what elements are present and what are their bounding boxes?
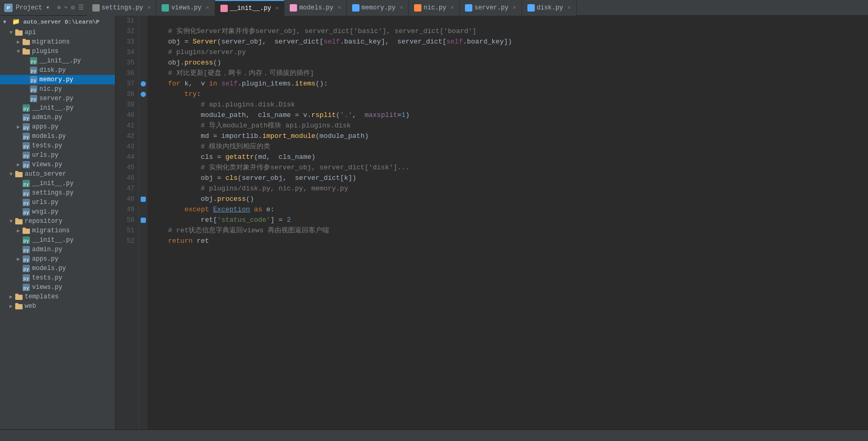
py-yellow-icon-as_init: py [22, 180, 30, 187]
tab-close-settings[interactable]: × [147, 5, 151, 11]
tab-memory[interactable]: memory.py× [347, 0, 409, 16]
tab-close-disk[interactable]: × [567, 5, 571, 11]
sidebar-item-templates[interactable]: ▶templates [0, 292, 115, 302]
toolbar-icon-2[interactable]: ↷ [64, 4, 68, 12]
sidebar-item-api_plugins_nic[interactable]: pynic.py [0, 84, 115, 94]
sidebar-item-api_plugins_server[interactable]: pyserver.py [0, 94, 115, 103]
tab-icon-nic [414, 4, 421, 12]
project-root-label: ▼ 📁 auto_server D:\Learn\P [0, 16, 115, 28]
py-icon-api_models: py [22, 133, 30, 140]
tree-label-auto_server_folder: auto_server [25, 170, 66, 178]
sidebar-item-as_urls[interactable]: pyurls.py [0, 198, 115, 207]
tree-label-api_tests: tests.py [32, 142, 62, 149]
gutter-line-35 [139, 58, 147, 68]
tab-label-views: views.py [171, 4, 202, 12]
project-icon: P [4, 4, 13, 12]
gutter-line-46 [139, 173, 147, 184]
sidebar-item-as_settings[interactable]: pysettings.py [0, 188, 115, 198]
tab-close-views[interactable]: × [206, 5, 209, 11]
line-num-43: 43 [120, 142, 134, 152]
line-num-33: 33 [120, 37, 134, 47]
code-line-51: # ret状态信息字典返回views 再由视图返回客户端 [152, 225, 868, 236]
py-icon-as_settings: py [22, 189, 30, 197]
toolbar-icon-3[interactable]: ⚙ [71, 4, 75, 12]
line-num-38: 38 [120, 89, 134, 100]
folder-icon-root: 📁 [12, 18, 20, 26]
sidebar-item-migrations[interactable]: ▶migrations [0, 37, 115, 47]
sidebar-item-api_plugins_memory[interactable]: pymemory.py [0, 75, 115, 84]
gutter-line-42 [139, 131, 147, 142]
sidebar-item-api_urls[interactable]: pyurls.py [0, 150, 115, 160]
tab-close-models[interactable]: × [337, 5, 341, 11]
sidebar-item-api_plugins_disk[interactable]: pydisk.py [0, 66, 115, 75]
line-num-41: 41 [120, 121, 134, 131]
sidebar-item-repo_tests[interactable]: pytests.py [0, 273, 115, 283]
sidebar-item-api[interactable]: ▼api [0, 28, 115, 37]
line-num-32: 32 [120, 26, 134, 37]
tab-nic[interactable]: nic.py× [409, 0, 460, 16]
tab-close-memory[interactable]: × [400, 5, 404, 11]
toolbar-icon-1[interactable]: ⊕ [57, 4, 61, 12]
tab-icon-views [162, 4, 169, 12]
sidebar-item-api_models[interactable]: pymodels.py [0, 132, 115, 141]
sidebar-item-repo_views[interactable]: pyviews.py [0, 283, 115, 292]
tree-label-api_plugins_server: server.py [39, 95, 73, 102]
tab-close-nic[interactable]: × [450, 5, 454, 11]
sidebar-item-api_admin[interactable]: pyadmin.py [0, 113, 115, 122]
svg-text:py: py [24, 153, 29, 158]
svg-rect-45 [23, 228, 26, 230]
svg-text:py: py [24, 276, 29, 281]
tab-server[interactable]: server.py× [460, 0, 522, 16]
tree-label-api_urls: urls.py [32, 152, 58, 159]
sidebar-item-repo_migrations[interactable]: ▶migrations [0, 226, 115, 235]
svg-text:py: py [31, 78, 37, 83]
svg-text:py: py [24, 210, 29, 215]
folder-icon-plugins [22, 48, 30, 55]
gutter-line-47 [139, 184, 147, 194]
tree-label-repo_admin: admin.py [32, 246, 62, 253]
svg-text:py: py [24, 115, 29, 121]
tab-icon-init [220, 5, 228, 12]
gutter-line-43 [139, 142, 147, 152]
tree-label-templates: templates [25, 293, 59, 300]
sidebar-item-repo_admin[interactable]: pyadmin.py [0, 245, 115, 254]
tree-label-as_settings: settings.py [32, 189, 73, 197]
sidebar[interactable]: ▼ 📁 auto_server D:\Learn\P ▼api▶migratio… [0, 16, 115, 429]
sidebar-item-auto_server_folder[interactable]: ▼auto_server [0, 169, 115, 179]
tab-close-server[interactable]: × [513, 5, 516, 11]
tree-label-migrations: migrations [32, 38, 70, 46]
code-editor[interactable]: 3132333435363738394041424344454647484950… [115, 16, 868, 429]
root-arrow: ▼ [3, 19, 6, 25]
tab-views[interactable]: views.py× [156, 0, 215, 16]
sidebar-item-as_wsgi[interactable]: pywsgi.py [0, 207, 115, 217]
gutter-line-40 [139, 110, 147, 121]
tab-label-memory: memory.py [362, 4, 396, 12]
tree-arrow-api_views: ▶ [15, 162, 22, 168]
sidebar-item-as_init[interactable]: py__init__.py [0, 179, 115, 188]
line-num-40: 40 [120, 110, 134, 121]
sidebar-item-repo_init[interactable]: py__init__.py [0, 235, 115, 245]
sidebar-item-api_apps[interactable]: ▶pyapps.py [0, 122, 115, 132]
tab-close-init[interactable]: × [276, 5, 279, 12]
line-num-46: 46 [120, 173, 134, 184]
tree-label-api_plugins_init: __init__.py [39, 57, 81, 64]
sidebar-item-api_views[interactable]: ▶pyviews.py [0, 160, 115, 169]
tab-disk[interactable]: disk.py× [522, 0, 577, 16]
tab-models[interactable]: models.py× [284, 0, 346, 16]
code-line-38: try: [152, 89, 868, 100]
gutter-marker-38 [141, 92, 146, 97]
sidebar-item-repo_apps[interactable]: ▶pyapps.py [0, 254, 115, 264]
tab-settings[interactable]: settings.py× [87, 0, 157, 16]
sidebar-item-repository[interactable]: ▼repository [0, 217, 115, 226]
toolbar-icon-4[interactable]: ☰ [78, 4, 84, 12]
sidebar-item-repo_models[interactable]: pymodels.py [0, 264, 115, 273]
line-num-52: 52 [120, 236, 134, 246]
svg-rect-43 [15, 218, 18, 220]
tab-init[interactable]: __init__.py× [215, 0, 285, 16]
sidebar-item-api_tests[interactable]: pytests.py [0, 141, 115, 150]
sidebar-item-plugins[interactable]: ▼plugins [0, 47, 115, 56]
sidebar-item-web[interactable]: ▶web [0, 302, 115, 311]
sidebar-item-api_plugins_init[interactable]: py__init__.py [0, 56, 115, 66]
code-area[interactable]: # 实例化Server对象并传参server_obj, server_dict[… [147, 16, 868, 429]
sidebar-item-api_init[interactable]: py__init__.py [0, 103, 115, 113]
